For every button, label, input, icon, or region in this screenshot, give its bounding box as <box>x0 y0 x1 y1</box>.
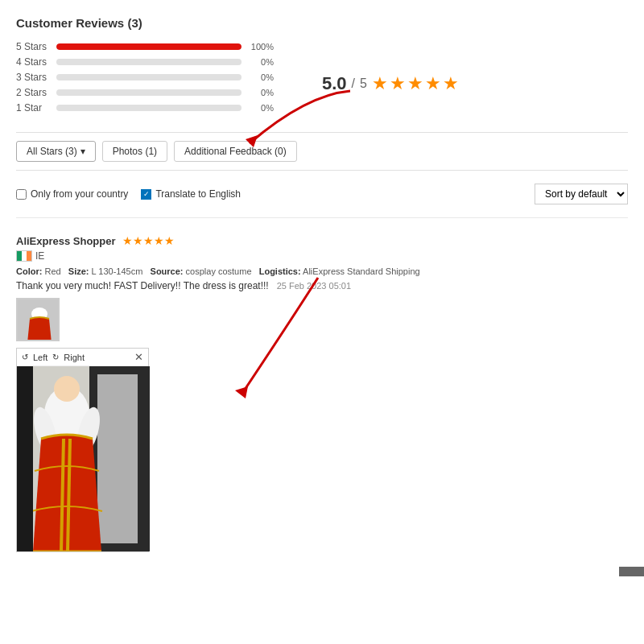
score-line: 5.0 / 5 ★★★★★ <box>322 73 460 94</box>
photos-label: Photos (1) <box>113 146 157 157</box>
all-stars-label: All Stars (3) <box>27 146 77 157</box>
photos-button[interactable]: Photos (1) <box>102 141 167 162</box>
size-value: L 130-145cm <box>92 266 143 276</box>
reviewer-country: IE <box>16 250 628 262</box>
star-label: 5 Stars <box>16 41 50 52</box>
star-bars: 5 Stars 100% 4 Stars 0% 3 Stars 0% 2 Sta… <box>16 41 274 118</box>
photo-viewer-image <box>17 366 150 551</box>
source-value: cosplay costume <box>186 266 252 276</box>
bar-pct: 0% <box>248 72 274 82</box>
star-row: 4 Stars 0% <box>16 56 274 68</box>
bar-fill <box>56 43 242 50</box>
bar-pct: 100% <box>248 42 274 52</box>
bar-pct: 0% <box>248 57 274 67</box>
country-code: IE <box>35 250 44 262</box>
translate-checkbox-label[interactable]: ✓ Translate to English <box>141 188 241 200</box>
review-block: AliExpress Shopper ★★★★★ IE Color: Red S… <box>16 226 628 560</box>
options-left: Only from your country ✓ Translate to En… <box>16 188 241 200</box>
color-value: Red <box>44 266 60 276</box>
star-row: 1 Star 0% <box>16 102 274 114</box>
only-country-label: Only from your country <box>31 188 128 200</box>
score-number: 5.0 <box>322 73 347 94</box>
star-label: 3 Stars <box>16 72 50 83</box>
overall-stars: ★★★★★ <box>372 73 460 94</box>
star-row: 2 Stars 0% <box>16 87 274 98</box>
photo-viewer: ↺ Left ↻ Right ✕ <box>16 348 149 552</box>
flag-ie <box>16 250 32 262</box>
dress-svg <box>17 366 150 551</box>
star-row: 5 Stars 100% <box>16 41 274 52</box>
sort-select[interactable]: Sort by defaultMost RecentMost Helpful <box>535 184 628 204</box>
bottom-right-tab[interactable]: 此产 <box>619 567 644 576</box>
section-title: Customer Reviews (3) <box>16 16 628 30</box>
filters-bar: All Stars (3) ▾ Photos (1) Additional Fe… <box>16 132 628 171</box>
review-attrs: Color: Red Size: L 130-145cm Source: cos… <box>16 266 628 276</box>
flag-orange <box>27 251 31 261</box>
translate-label: Translate to English <box>155 188 241 200</box>
additional-label: Additional Feedback (0) <box>184 146 287 157</box>
svg-rect-9 <box>17 366 33 551</box>
bar-track <box>56 74 242 80</box>
overall-score: 5.0 / 5 ★★★★★ <box>290 41 460 118</box>
page-wrapper: Customer Reviews (3) 5 Stars 100% 4 Star… <box>0 0 644 576</box>
left-label[interactable]: Left <box>33 353 47 362</box>
additional-button[interactable]: Additional Feedback (0) <box>174 141 297 162</box>
review-text: Thank you very much! FAST Delivery!! The… <box>16 280 628 291</box>
review-date: 25 Feb 2023 05:01 <box>277 281 351 291</box>
reviewer-top: AliExpress Shopper ★★★★★ <box>16 234 628 247</box>
size-label: Size: <box>68 266 89 276</box>
bar-track <box>56 59 242 65</box>
source-label: Source: <box>151 266 184 276</box>
rotate-right-icon[interactable]: ↻ <box>52 353 59 361</box>
star-row: 3 Stars 0% <box>16 72 274 83</box>
all-stars-button[interactable]: All Stars (3) ▾ <box>16 141 96 162</box>
bar-pct: 0% <box>248 88 274 97</box>
score-slash: / <box>352 76 355 91</box>
logistics-label: Logistics: <box>259 266 301 276</box>
reviewer-stars: ★★★★★ <box>122 234 175 247</box>
photo-viewer-toolbar: ↺ Left ↻ Right ✕ <box>17 349 148 366</box>
reviews-layout: 5 Stars 100% 4 Stars 0% 3 Stars 0% 2 Sta… <box>16 41 628 118</box>
all-stars-arrow: ▾ <box>80 146 85 157</box>
right-label[interactable]: Right <box>64 353 85 362</box>
svg-rect-4 <box>97 374 138 543</box>
review-text-content: Thank you very much! FAST Delivery!! The… <box>16 280 269 291</box>
bar-track <box>56 105 242 111</box>
options-row: Only from your country ✓ Translate to En… <box>16 179 628 209</box>
rotate-left-icon[interactable]: ↺ <box>22 353 28 361</box>
only-country-checkbox-label[interactable]: Only from your country <box>16 188 128 200</box>
star-label: 4 Stars <box>16 56 50 68</box>
thumbnail-strip <box>16 298 628 341</box>
only-country-checkbox[interactable] <box>16 189 27 200</box>
logistics-value: AliExpress Standard Shipping <box>303 266 420 276</box>
divider <box>16 217 628 218</box>
reviewer-name: AliExpress Shopper <box>16 235 116 247</box>
translate-checkbox-checked: ✓ <box>141 189 151 200</box>
bar-track <box>56 43 242 50</box>
star-label: 1 Star <box>16 102 50 114</box>
photo-viewer-close[interactable]: ✕ <box>134 351 143 363</box>
color-label: Color: <box>16 266 42 276</box>
svg-point-8 <box>54 376 80 402</box>
star-label: 2 Stars <box>16 87 50 98</box>
bar-pct: 0% <box>248 103 274 113</box>
score-max: 5 <box>360 76 367 91</box>
sort-dropdown: Sort by defaultMost RecentMost Helpful <box>535 184 628 204</box>
bar-track <box>56 89 242 96</box>
thumb-svg <box>18 299 60 341</box>
review-thumbnail[interactable] <box>16 298 60 341</box>
